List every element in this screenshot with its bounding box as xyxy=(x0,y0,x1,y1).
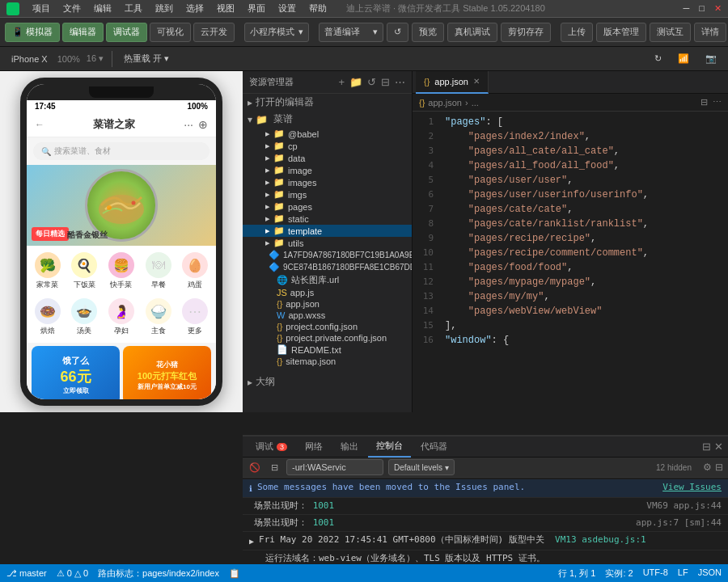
project-section[interactable]: 📁 菜谱 xyxy=(243,111,412,128)
tree-item-static[interactable]: 📁 static xyxy=(243,213,412,225)
split-editor-icon[interactable]: ⊟ xyxy=(700,97,708,108)
tree-item-images[interactable]: 📁 images xyxy=(243,176,412,188)
tree-item-appjs[interactable]: JS app.js xyxy=(243,287,412,298)
debugger-toggle-btn[interactable]: 调试器 xyxy=(106,23,147,42)
refresh-explorer-icon[interactable]: ↺ xyxy=(367,76,376,88)
close-btn[interactable]: ✕ xyxy=(714,3,722,14)
cat-item-4[interactable]: 🥚 鸡蛋 xyxy=(177,249,213,293)
tree-item-file2[interactable]: 🔷 9CE874B1867180BFFA8E1CB67DD... xyxy=(243,261,412,273)
tree-item-readme[interactable]: 📄 README.txt xyxy=(243,344,412,356)
tab-close-icon[interactable]: ✕ xyxy=(473,77,480,86)
detail-btn[interactable]: 详情 xyxy=(694,23,726,42)
mode-dropdown[interactable]: 小程序模式 ▾ xyxy=(244,23,309,42)
menu-item-edit[interactable]: 编辑 xyxy=(94,2,112,15)
tree-item-projectprivatejson[interactable]: {} project.private.config.json xyxy=(243,332,412,344)
more-icon[interactable]: ··· xyxy=(184,118,193,131)
dt-filter-input[interactable] xyxy=(286,459,383,475)
file-link-1[interactable]: VM69 app.js:44 xyxy=(646,500,722,512)
menu-item-goto[interactable]: 跳到 xyxy=(155,2,173,15)
tree-item-sitemap[interactable]: {} sitemap.json xyxy=(243,356,412,367)
cat-item-2[interactable]: 🍔 快手菜 xyxy=(104,249,139,293)
rotate-btn[interactable]: ↻ xyxy=(648,50,668,68)
search-bar[interactable]: 🔍 搜索菜谱、食材 xyxy=(33,142,210,160)
collapse-icon[interactable]: ⊟ xyxy=(381,76,390,88)
file-link-2[interactable]: app.js:7 [sm]:44 xyxy=(636,517,722,529)
camera-icon[interactable]: ⊕ xyxy=(198,118,208,131)
dt-expand-icon[interactable]: ⊟ xyxy=(702,441,711,453)
tree-item-utils[interactable]: 📁 utils xyxy=(243,237,412,249)
tree-item-url[interactable]: 🌐 站长图库.url xyxy=(243,273,412,287)
test-btn[interactable]: 测试互 xyxy=(650,23,691,42)
maximize-btn[interactable]: □ xyxy=(699,3,705,14)
menu-item-file[interactable]: 文件 xyxy=(63,2,81,15)
version-btn[interactable]: 版本管理 xyxy=(596,23,646,42)
menu-item-select[interactable]: 选择 xyxy=(186,2,204,15)
dt-close-icon[interactable]: ✕ xyxy=(714,441,723,453)
sb-copy-icon[interactable]: 📋 xyxy=(229,568,240,579)
tab-app-json[interactable]: {} app.json ✕ xyxy=(416,71,489,94)
tree-item-appjson[interactable]: {} app.json xyxy=(243,298,412,310)
save-btn[interactable]: 剪切存存 xyxy=(501,23,551,42)
dt-clear-btn[interactable]: 🚫 xyxy=(248,460,262,474)
cloud-toggle-btn[interactable]: 云开发 xyxy=(193,23,235,42)
dt-tab-debug[interactable]: 调试 3 xyxy=(248,436,295,458)
simulator-toggle-btn[interactable]: 📱 模拟器 xyxy=(5,23,60,42)
menu-item-view[interactable]: 视图 xyxy=(217,2,235,15)
editor-toggle-btn[interactable]: 编辑器 xyxy=(62,23,104,42)
upload-btn[interactable]: 上传 xyxy=(561,23,593,42)
dt-level-dropdown[interactable]: Default levels ▾ xyxy=(388,459,455,475)
open-editors-section[interactable]: 打开的编辑器 xyxy=(243,94,412,111)
sb-git-status[interactable]: ⎇ master xyxy=(6,568,47,579)
refresh-btn[interactable]: ↺ xyxy=(387,23,408,42)
visual-toggle-btn[interactable]: 可视化 xyxy=(150,23,191,42)
hot-reload-btn[interactable]: 热重载 开 ▾ xyxy=(117,50,176,68)
sb-eol[interactable]: LF xyxy=(678,567,688,580)
dt-tab-output[interactable]: 输出 xyxy=(332,436,366,458)
ad-card-1[interactable]: 花小猪 100元打车红包 新用户首单立减10元 xyxy=(123,346,211,404)
tree-item-appwxss[interactable]: W app.wxss xyxy=(243,310,412,321)
sb-cursor[interactable]: 行 1, 列 1 xyxy=(558,567,595,580)
compile-dropdown[interactable]: 普通编译 ▾ xyxy=(319,23,383,42)
dt-tab-network[interactable]: 网络 xyxy=(297,436,331,458)
screenshot-btn[interactable]: 📷 xyxy=(699,50,723,68)
more-icon[interactable]: ⋯ xyxy=(395,76,405,88)
tree-item-imgs[interactable]: 📁 imgs xyxy=(243,188,412,200)
menu-item-interface[interactable]: 界面 xyxy=(248,2,265,15)
view-issues-link[interactable]: View Issues xyxy=(662,481,722,494)
sb-spaces[interactable]: 实例: 2 xyxy=(605,567,633,580)
cat-item-3[interactable]: 🍽 早餐 xyxy=(141,249,176,293)
minimize-btn[interactable]: ─ xyxy=(684,3,690,14)
cat-item-5[interactable]: 🍩 烘焙 xyxy=(30,295,66,340)
menu-item-project[interactable]: 项目 xyxy=(32,2,50,15)
tree-item-pages[interactable]: 📁 pages xyxy=(243,200,412,213)
cat-item-9[interactable]: ⋯ 更多 xyxy=(177,295,213,340)
cat-item-1[interactable]: 🍳 下饭菜 xyxy=(67,249,103,293)
tree-item-cp[interactable]: 📁 cp xyxy=(243,140,412,152)
device-select-btn[interactable]: iPhone X xyxy=(5,50,54,68)
dt-tab-source[interactable]: 代码器 xyxy=(413,436,455,458)
cat-item-0[interactable]: 🥦 家常菜 xyxy=(30,249,66,293)
tree-item-template[interactable]: 📁 template xyxy=(243,225,412,237)
cat-item-8[interactable]: 🍚 主食 xyxy=(141,295,176,340)
new-folder-icon[interactable]: 📁 xyxy=(349,76,362,88)
more-actions-icon[interactable]: ⋯ xyxy=(713,97,722,108)
menu-item-help[interactable]: 帮助 xyxy=(309,2,327,15)
sb-encoding[interactable]: UTF-8 xyxy=(643,567,668,580)
code-content[interactable]: "pages": [ "pages/index2/index", "pages/… xyxy=(438,112,728,412)
cat-item-6[interactable]: 🍲 汤美 xyxy=(67,295,103,340)
sb-lang[interactable]: JSON xyxy=(698,567,722,580)
menu-item-tool[interactable]: 工具 xyxy=(125,2,142,15)
ad-card-0[interactable]: 饿了么 66元 立即领取 xyxy=(32,346,120,404)
menu-item-settings[interactable]: 设置 xyxy=(278,2,296,15)
realtime-btn[interactable]: 真机调试 xyxy=(447,23,497,42)
dt-settings-icon[interactable]: ⚙ xyxy=(703,462,712,473)
cat-item-7[interactable]: 🤰 孕妇 xyxy=(104,295,139,340)
tree-item-data[interactable]: 📁 data xyxy=(243,152,412,164)
preview-btn[interactable]: 预览 xyxy=(412,23,444,42)
new-file-icon[interactable]: + xyxy=(338,76,345,88)
dt-dock-icon[interactable]: ⊟ xyxy=(715,462,723,473)
wifi-btn[interactable]: 📶 xyxy=(671,50,696,68)
dt-tab-console[interactable]: 控制台 xyxy=(368,436,411,458)
tree-item-babel[interactable]: 📁 @babel xyxy=(243,128,412,140)
sb-errors[interactable]: ⚠ 0 △ 0 xyxy=(57,568,88,579)
